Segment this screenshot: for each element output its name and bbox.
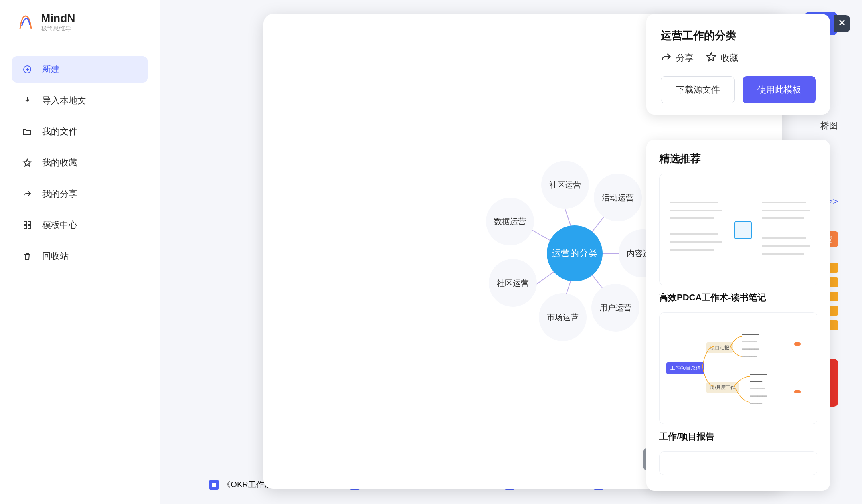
- favorite-label: 收藏: [721, 52, 738, 64]
- nav-label: 我的文件: [42, 126, 77, 138]
- nav-label: 我的收藏: [42, 157, 77, 169]
- favorite-action[interactable]: 收藏: [706, 51, 738, 65]
- nav-shares[interactable]: 我的分享: [12, 181, 148, 207]
- svg-rect-1: [24, 222, 26, 224]
- mindmap-node[interactable]: 社区运营: [489, 259, 537, 307]
- app-subtitle: 极简思维导: [41, 25, 75, 32]
- nav-label: 模板中心: [42, 219, 77, 231]
- trash-icon: [22, 251, 33, 262]
- nav-label: 新建: [42, 63, 60, 75]
- reco-card[interactable]: 工作/项目总结 项目汇报 周/月度工作 ━━━━━━━ ━━━━━━ ━━━━━…: [659, 312, 817, 424]
- main: 册 圆圈图 桥图 多 >> 免费 免费 CA 《OKR工作法》-读书笔记 创新思…: [160, 0, 862, 504]
- nav-templates[interactable]: 模板中心: [12, 212, 148, 238]
- nav-files[interactable]: 我的文件: [12, 119, 148, 145]
- svg-rect-5: [212, 483, 216, 487]
- reco-thumbnail: [662, 186, 814, 273]
- bg-category: 桥图: [820, 120, 838, 132]
- reco-item-name: 高效PDCA工作术-读书笔记: [659, 292, 817, 304]
- doc-icon: [209, 480, 219, 490]
- folder-icon: [22, 126, 33, 137]
- logo: MindN 极简思维导: [0, 12, 160, 48]
- template-info-panel: 运营工作的分类 分享 收藏 下载源文件 使用此模板: [646, 14, 830, 115]
- download-icon: [22, 95, 33, 106]
- mindmap-node[interactable]: 社区运营: [541, 161, 589, 209]
- share-icon: [22, 188, 33, 200]
- download-source-button[interactable]: 下载源文件: [661, 76, 735, 103]
- mindmap-node[interactable]: 市场运营: [539, 293, 587, 341]
- plus-circle-icon: [22, 64, 33, 75]
- svg-rect-3: [24, 226, 26, 228]
- mindmap-center-node[interactable]: 运营的分类: [547, 225, 603, 281]
- nav-import[interactable]: 导入本地文: [12, 87, 148, 114]
- share-icon: [661, 51, 672, 65]
- nav: 新建 导入本地文 我的文件 我的收藏 我的分享 模板中心: [0, 48, 160, 277]
- nav-trash[interactable]: 回收站: [12, 243, 148, 269]
- reco-card[interactable]: [659, 451, 817, 475]
- close-icon: [837, 18, 847, 29]
- close-button[interactable]: [834, 15, 850, 32]
- star-icon: [22, 157, 33, 168]
- share-action[interactable]: 分享: [661, 51, 694, 65]
- reco-thumbnail: 工作/项目总结 项目汇报 周/月度工作 ━━━━━━━ ━━━━━━ ━━━━━…: [662, 324, 814, 412]
- share-label: 分享: [676, 52, 694, 64]
- reco-card[interactable]: [659, 174, 817, 285]
- svg-rect-2: [28, 222, 30, 224]
- nav-new[interactable]: 新建: [12, 56, 148, 83]
- reco-item-name: 工作/项目报告: [659, 431, 817, 443]
- logo-icon: [16, 13, 35, 32]
- app-title: MindN: [41, 12, 75, 25]
- nav-favorites[interactable]: 我的收藏: [12, 150, 148, 176]
- reco-title: 精选推荐: [659, 152, 817, 166]
- svg-rect-4: [28, 226, 30, 228]
- nav-label: 回收站: [42, 250, 69, 262]
- use-template-button[interactable]: 使用此模板: [743, 76, 816, 103]
- sidebar: MindN 极简思维导 新建 导入本地文 我的文件 我的收藏: [0, 0, 160, 504]
- mindmap-node[interactable]: 数据运营: [486, 198, 534, 245]
- info-title: 运营工作的分类: [661, 28, 816, 43]
- recommendations-panel: 精选推荐 高效PDCA工作术-读书笔: [646, 140, 830, 491]
- mindmap-node[interactable]: 活动运营: [594, 174, 642, 221]
- mindmap-node[interactable]: 用户运营: [591, 284, 639, 332]
- star-icon: [706, 51, 717, 65]
- nav-label: 导入本地文: [42, 95, 86, 107]
- nav-label: 我的分享: [42, 188, 77, 200]
- grid-icon: [22, 219, 33, 231]
